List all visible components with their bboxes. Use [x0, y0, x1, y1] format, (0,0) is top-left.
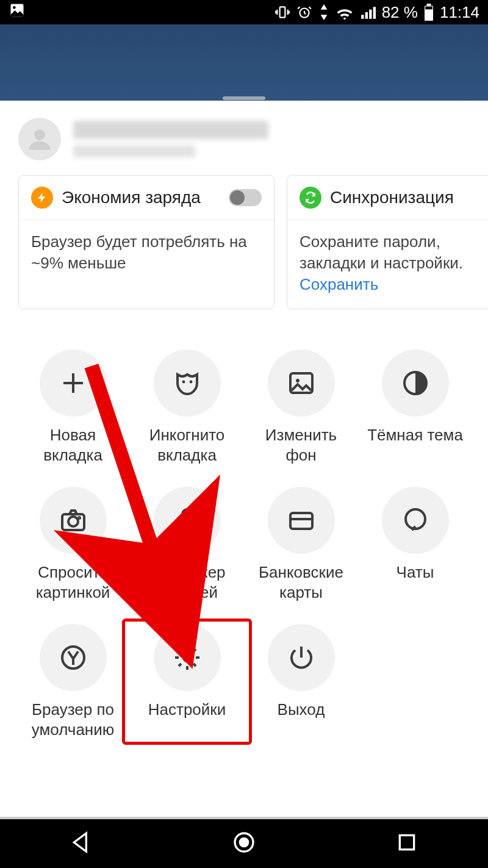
mask-icon: [154, 350, 221, 417]
wifi-icon: [336, 4, 354, 20]
status-bar: 82 % 11:14: [0, 0, 488, 24]
clock-time: 11:14: [440, 3, 479, 22]
svg-rect-2: [279, 7, 285, 17]
android-navbar: [0, 819, 488, 868]
profile-sub-blurred: [73, 145, 195, 157]
profile-name-blurred: [73, 121, 268, 139]
svg-rect-21: [290, 513, 312, 529]
svg-point-11: [34, 129, 45, 140]
svg-point-15: [296, 379, 300, 382]
menu-label: Браузер по умолчанию: [32, 700, 114, 739]
menu-item-key[interactable]: Менеджер паролей: [130, 487, 244, 602]
card-title: Синхронизация: [330, 188, 481, 207]
profile-text: [73, 121, 268, 157]
chat-icon: [382, 487, 449, 554]
svg-point-26: [239, 838, 249, 848]
menu-label: Тёмная тема: [367, 425, 463, 445]
nav-back[interactable]: [69, 830, 93, 857]
menu-item-half[interactable]: Тёмная тема: [358, 350, 472, 465]
profile-row[interactable]: [0, 101, 488, 175]
menu-item-power[interactable]: Выход: [244, 624, 358, 739]
cards-row: Экономия заряда Браузер будет потреблять…: [0, 175, 488, 325]
plus-icon: [40, 350, 107, 417]
menu-item-chat[interactable]: Чаты: [358, 487, 472, 602]
battery-icon: [424, 4, 434, 21]
avatar: [18, 118, 61, 160]
menu-item-mask[interactable]: Инкогнито вкладка: [130, 350, 244, 465]
card-body: Браузер будет потреблять на ~9% меньше: [19, 220, 274, 287]
signal-icon: [360, 4, 376, 20]
svg-rect-27: [400, 835, 414, 849]
svg-rect-5: [365, 12, 367, 19]
menu-label: Новая вкладка: [43, 425, 102, 465]
svg-rect-7: [373, 7, 375, 19]
vibrate-icon: [274, 4, 290, 20]
header-background: [0, 24, 488, 110]
menu-item-camera[interactable]: Спросить картинкой: [16, 487, 130, 602]
menu-item-gear[interactable]: Настройки: [122, 619, 252, 745]
picture-icon: [9, 2, 26, 23]
svg-point-19: [79, 517, 80, 518]
menu-label: Настройки: [148, 700, 226, 720]
menu-label: Инкогнито вкладка: [149, 425, 225, 465]
key-icon: [154, 487, 221, 554]
menu-item-plus[interactable]: Новая вкладка: [16, 350, 130, 465]
half-icon: [382, 350, 449, 417]
menu-label: Выход: [278, 700, 325, 720]
menu-label: Спросить картинкой: [36, 562, 110, 602]
device-frame: 82 % 11:14 Экономия заря: [0, 0, 488, 868]
card-sync[interactable]: Синхронизация Сохраните пароли, закладки…: [287, 175, 488, 309]
updown-icon: [318, 4, 329, 20]
svg-point-18: [68, 517, 78, 526]
svg-point-13: [189, 381, 192, 384]
menu-item-yandex[interactable]: Браузер по умолчанию: [16, 624, 130, 739]
card-battery-saver[interactable]: Экономия заряда Браузер будет потреблять…: [18, 175, 274, 309]
gear-icon: [154, 624, 221, 691]
menu-item-image[interactable]: Изменить фон: [244, 350, 358, 465]
menu-sheet: Экономия заряда Браузер будет потреблять…: [0, 101, 488, 819]
camera-icon: [40, 487, 107, 554]
card-icon: [268, 487, 335, 554]
svg-rect-10: [425, 7, 432, 10]
menu-label: Менеджер паролей: [148, 562, 225, 602]
drag-handle[interactable]: [223, 96, 265, 100]
bolt-icon: [31, 187, 53, 209]
svg-point-22: [406, 509, 425, 529]
sync-save-link[interactable]: Сохранить: [300, 275, 378, 293]
svg-point-12: [182, 381, 185, 384]
card-title: Экономия заряда: [62, 188, 220, 207]
nav-recent[interactable]: [395, 830, 419, 857]
power-icon: [268, 624, 335, 691]
svg-rect-4: [361, 15, 364, 19]
yandex-icon: [40, 624, 107, 691]
menu-grid: Новая вкладкаИнкогнито вкладкаИзменить ф…: [0, 325, 488, 758]
alarm-icon: [296, 4, 312, 20]
card-body: Сохраните пароли, закладки и настройки. …: [287, 220, 488, 309]
battery-percent: 82 %: [382, 3, 418, 22]
sync-icon: [300, 187, 321, 209]
nav-home[interactable]: [232, 830, 256, 857]
menu-label: Изменить фон: [265, 425, 337, 465]
menu-label: Банковские карты: [259, 562, 343, 602]
menu-label: Чаты: [396, 562, 434, 583]
svg-rect-6: [369, 10, 371, 19]
svg-point-1: [13, 6, 16, 9]
svg-point-20: [182, 509, 192, 519]
svg-rect-9: [426, 4, 431, 6]
battery-toggle[interactable]: [229, 189, 262, 206]
image-icon: [268, 350, 335, 417]
menu-item-card[interactable]: Банковские карты: [244, 487, 358, 602]
svg-point-24: [184, 654, 191, 661]
